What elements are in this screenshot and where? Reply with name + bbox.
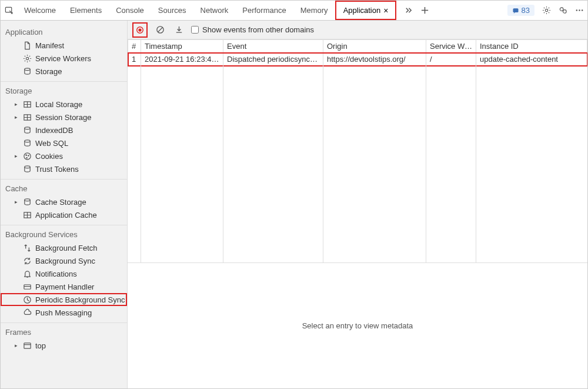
sidebar-item-payment[interactable]: Payment Handler [1, 280, 127, 293]
svg-point-13 [25, 139, 30, 142]
item-label: Background Fetch [35, 244, 98, 252]
tab-label: Performance [242, 6, 286, 15]
col-origin[interactable]: Origin [323, 40, 426, 53]
svg-point-18 [25, 165, 30, 168]
tab-label: Network [201, 6, 229, 15]
svg-point-16 [28, 155, 29, 155]
section-cache: Cache [1, 179, 127, 195]
item-label: Background Sync [35, 257, 95, 265]
col-event[interactable]: Event [223, 40, 323, 53]
content-pane: Show events from other domains # Timesta… [128, 21, 587, 388]
item-label: Local Storage [35, 100, 82, 109]
tab-console[interactable]: Console [109, 1, 151, 20]
svg-rect-21 [24, 284, 31, 289]
tab-label: Memory [300, 6, 328, 15]
cell-timestamp: 2021-09-21 16:23:40… [141, 53, 223, 66]
checkbox-label: Show events from other domains [202, 25, 314, 34]
table-row[interactable]: 1 2021-09-21 16:23:40… Dispatched period… [128, 53, 587, 66]
download-button[interactable] [172, 24, 185, 36]
issues-count: 83 [522, 6, 530, 15]
tab-performance[interactable]: Performance [235, 1, 293, 20]
detail-placeholder: Select an entry to view metadata [128, 263, 587, 388]
sidebar-item-bg-sync[interactable]: Background Sync [1, 254, 127, 267]
sidebar-item-notifications[interactable]: Notifications [1, 267, 127, 280]
sidebar-item-manifest[interactable]: Manifest [1, 39, 127, 52]
cell-sw: / [426, 53, 476, 66]
tab-welcome[interactable]: Welcome [17, 1, 63, 20]
svg-point-12 [25, 127, 30, 129]
sidebar-item-trust-tokens[interactable]: Trust Tokens [1, 162, 127, 175]
cell-instance: update-cached-content [476, 53, 587, 66]
tab-label: Console [116, 6, 144, 15]
svg-point-7 [581, 9, 582, 11]
item-label: Periodic Background Sync [35, 295, 125, 304]
svg-point-9 [25, 68, 30, 70]
tab-network[interactable]: Network [193, 1, 236, 20]
feedback-icon[interactable] [554, 2, 571, 19]
item-label: Trust Tokens [35, 165, 79, 174]
svg-rect-1 [513, 8, 518, 12]
close-icon[interactable]: × [383, 6, 388, 15]
sidebar-item-cookies[interactable]: Cookies [1, 149, 127, 162]
show-other-domains-checkbox[interactable]: Show events from other domains [191, 25, 314, 34]
record-button[interactable] [132, 22, 148, 38]
tab-label: Elements [70, 6, 102, 15]
checkbox-input[interactable] [191, 26, 199, 34]
tab-label: Application [343, 6, 381, 15]
settings-icon[interactable] [538, 2, 554, 19]
cell-event: Dispatched periodicsync e… [223, 53, 323, 66]
sidebar-item-bg-fetch[interactable]: Background Fetch [1, 241, 127, 254]
tab-application[interactable]: Application × [335, 1, 397, 20]
more-tabs-icon[interactable] [400, 2, 416, 19]
sidebar-item-app-cache[interactable]: Application Cache [1, 208, 127, 221]
col-sw[interactable]: Service Wo… [426, 40, 476, 53]
sidebar-item-top-frame[interactable]: top [1, 339, 127, 352]
tab-memory[interactable]: Memory [293, 1, 335, 20]
main-toolbar: Welcome Elements Console Sources Network… [1, 1, 587, 21]
tab-label: Welcome [24, 6, 56, 15]
tab-sources[interactable]: Sources [151, 1, 193, 20]
sidebar-item-indexeddb[interactable]: IndexedDB [1, 124, 127, 137]
action-bar: Show events from other domains [128, 21, 587, 39]
svg-point-19 [25, 198, 30, 201]
section-application: Application [1, 23, 127, 39]
events-table: # Timestamp Event Origin Service Wo… Ins… [128, 39, 587, 263]
section-bg: Background Services [1, 225, 127, 241]
tab-elements[interactable]: Elements [63, 1, 109, 20]
item-label: Service Workers [35, 54, 91, 63]
col-index[interactable]: # [128, 40, 141, 53]
svg-point-3 [560, 8, 563, 11]
sidebar-item-push[interactable]: Push Messaging [1, 306, 127, 319]
sidebar-item-service-workers[interactable]: Service Workers [1, 52, 127, 65]
more-icon[interactable] [571, 2, 587, 19]
sidebar-item-periodic-bg-sync[interactable]: Periodic Background Sync [1, 293, 127, 306]
clear-button[interactable] [153, 24, 166, 36]
item-label: Notifications [35, 270, 77, 278]
placeholder-text: Select an entry to view metadata [302, 321, 413, 330]
issues-badge[interactable]: 83 [507, 5, 534, 16]
sidebar-item-storage[interactable]: Storage [1, 65, 127, 78]
sidebar-item-session-storage[interactable]: Session Storage [1, 111, 127, 124]
table-header-row: # Timestamp Event Origin Service Wo… Ins… [128, 40, 587, 53]
add-tab-icon[interactable] [416, 2, 433, 19]
svg-point-2 [545, 9, 547, 11]
item-label: top [35, 341, 46, 350]
sidebar-item-cache-storage[interactable]: Cache Storage [1, 195, 127, 208]
sidebar-item-local-storage[interactable]: Local Storage [1, 98, 127, 111]
svg-point-15 [26, 154, 26, 155]
svg-point-4 [563, 10, 566, 14]
sidebar: Application Manifest Service Workers Sto… [1, 21, 128, 388]
inspect-icon[interactable] [1, 2, 17, 19]
svg-point-8 [26, 57, 28, 59]
sidebar-item-websql[interactable]: Web SQL [1, 137, 127, 149]
col-instance[interactable]: Instance ID [476, 40, 587, 53]
section-frames: Frames [1, 323, 127, 339]
svg-point-25 [138, 28, 141, 31]
item-label: Cookies [35, 152, 63, 161]
col-timestamp[interactable]: Timestamp [141, 40, 223, 53]
section-storage: Storage [1, 82, 127, 98]
svg-point-6 [579, 9, 580, 11]
item-label: Payment Handler [35, 282, 94, 291]
item-label: Session Storage [35, 113, 91, 122]
cell-index: 1 [128, 53, 141, 66]
